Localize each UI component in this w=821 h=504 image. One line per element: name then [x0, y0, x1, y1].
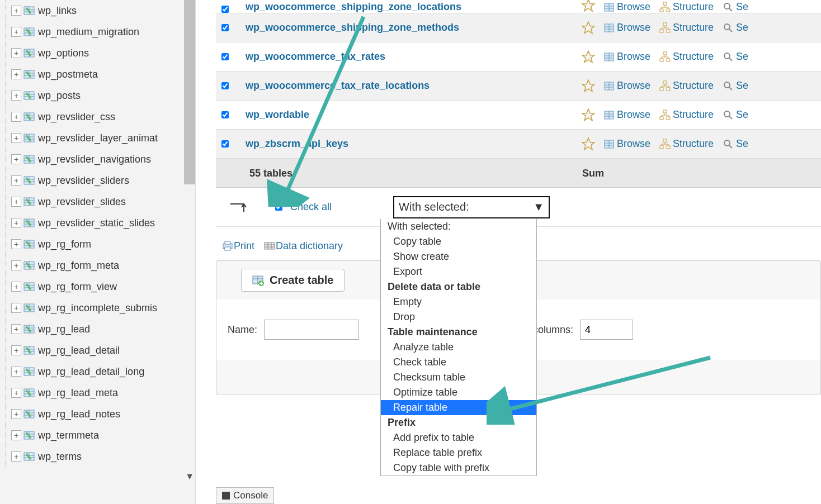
dropdown-option[interactable]: Repair table: [381, 400, 536, 415]
columns-input[interactable]: [580, 320, 633, 340]
browse-action[interactable]: Browse: [603, 138, 650, 150]
table-name-input[interactable]: [264, 320, 359, 340]
sidebar-item[interactable]: +wp_rg_form: [6, 234, 195, 255]
browse-action[interactable]: Browse: [603, 51, 650, 63]
search-action[interactable]: Se: [723, 138, 748, 150]
expand-icon[interactable]: +: [11, 69, 21, 79]
expand-icon[interactable]: +: [11, 451, 21, 462]
favorite-star-icon[interactable]: [581, 50, 596, 64]
print-link[interactable]: Print: [221, 240, 254, 252]
sidebar-item[interactable]: +wp_rg_lead: [6, 318, 195, 340]
expand-icon[interactable]: +: [11, 112, 21, 122]
sidebar-item[interactable]: +wp_revslider_layer_animat: [6, 127, 195, 149]
data-dictionary-link[interactable]: Data dictionary: [263, 240, 343, 252]
dropdown-option[interactable]: Replace table prefix: [381, 445, 536, 460]
dropdown-option[interactable]: Empty: [381, 294, 536, 310]
table-name-link[interactable]: wp_woocommerce_tax_rates: [246, 51, 581, 63]
expand-icon[interactable]: +: [11, 6, 21, 16]
sidebar-item[interactable]: +wp_medium_migration: [6, 21, 195, 42]
console-button[interactable]: Console: [216, 487, 274, 504]
sidebar-item[interactable]: +wp_rg_lead_detail_long: [6, 361, 195, 382]
expand-icon[interactable]: +: [11, 48, 21, 58]
table-name-link[interactable]: wp_woocommerce_shipping_zone_methods: [246, 22, 581, 34]
sidebar-item[interactable]: +wp_rg_lead_meta: [6, 382, 195, 403]
sidebar-item[interactable]: +wp_options: [6, 42, 195, 64]
expand-icon[interactable]: +: [11, 260, 21, 270]
with-selected-dropdown[interactable]: With selected: ▼: [393, 196, 550, 218]
table-name-link[interactable]: wp_woocommerce_shipping_zone_locations: [246, 1, 581, 13]
expand-icon[interactable]: +: [11, 324, 21, 334]
dropdown-option[interactable]: Copy table with prefix: [381, 460, 536, 476]
check-all-label[interactable]: Check all: [290, 201, 332, 213]
dropdown-option[interactable]: Add prefix to table: [381, 430, 536, 445]
expand-icon[interactable]: +: [11, 197, 21, 207]
expand-icon[interactable]: +: [11, 154, 21, 164]
row-checkbox[interactable]: [221, 111, 229, 118]
sidebar-item[interactable]: +wp_revslider_navigations: [6, 149, 195, 170]
structure-action[interactable]: Structure: [659, 80, 714, 92]
sidebar-item[interactable]: +wp_revslider_css: [6, 106, 195, 127]
sidebar-item[interactable]: +wp_terms: [6, 446, 195, 467]
sidebar-item[interactable]: +wp_postmeta: [6, 64, 195, 85]
sidebar-item[interactable]: +wp_revslider_static_slides: [6, 212, 195, 234]
browse-action[interactable]: Browse: [603, 22, 650, 34]
create-table-button[interactable]: Create table: [241, 269, 345, 292]
search-action[interactable]: Se: [723, 51, 748, 63]
expand-icon[interactable]: +: [11, 303, 21, 313]
favorite-star-icon[interactable]: [581, 137, 596, 151]
dropdown-option[interactable]: With selected:: [381, 219, 536, 234]
favorite-star-icon[interactable]: [581, 108, 596, 122]
expand-icon[interactable]: +: [11, 282, 21, 292]
browse-action[interactable]: Browse: [603, 1, 650, 13]
row-checkbox[interactable]: [221, 82, 229, 89]
expand-icon[interactable]: +: [11, 91, 21, 101]
browse-action[interactable]: Browse: [603, 80, 650, 92]
expand-icon[interactable]: +: [11, 345, 21, 355]
favorite-star-icon[interactable]: [581, 79, 596, 93]
table-name-link[interactable]: wp_zbscrm_api_keys: [246, 138, 581, 150]
structure-action[interactable]: Structure: [659, 51, 714, 63]
sidebar-item[interactable]: +wp_revslider_slides: [6, 191, 195, 212]
table-name-link[interactable]: wp_woocommerce_tax_rate_locations: [246, 80, 581, 92]
structure-action[interactable]: Structure: [659, 1, 714, 13]
expand-icon[interactable]: +: [11, 218, 21, 228]
check-all-checkbox[interactable]: [275, 203, 282, 211]
sidebar-item[interactable]: +wp_rg_incomplete_submis: [6, 297, 195, 318]
sidebar-item[interactable]: +wp_rg_form_meta: [6, 255, 195, 276]
favorite-star-icon[interactable]: [581, 0, 596, 13]
expand-icon[interactable]: +: [11, 27, 21, 37]
row-checkbox[interactable]: [221, 140, 229, 148]
expand-icon[interactable]: +: [11, 239, 21, 249]
expand-icon[interactable]: +: [11, 175, 21, 186]
structure-action[interactable]: Structure: [659, 109, 714, 121]
sidebar-item[interactable]: +wp_rg_lead_detail: [6, 340, 195, 361]
expand-icon[interactable]: +: [11, 388, 21, 398]
expand-icon[interactable]: +: [11, 367, 21, 377]
dropdown-option[interactable]: Export: [381, 264, 536, 279]
row-checkbox[interactable]: [221, 53, 229, 60]
expand-icon[interactable]: +: [11, 133, 21, 143]
structure-action[interactable]: Structure: [659, 22, 714, 34]
sidebar-item[interactable]: +wp_rg_lead_notes: [6, 403, 195, 425]
sidebar-item[interactable]: +wp_rg_form_view: [6, 276, 195, 297]
scroll-down-arrow[interactable]: ▼: [185, 472, 194, 482]
sidebar-item[interactable]: +wp_revslider_sliders: [6, 170, 195, 191]
structure-action[interactable]: Structure: [659, 138, 714, 150]
sidebar-item[interactable]: +wp_links: [6, 0, 195, 21]
sidebar-item[interactable]: +wp_termmeta: [6, 425, 195, 446]
search-action[interactable]: Se: [723, 1, 748, 13]
dropdown-option[interactable]: Copy table: [381, 234, 536, 249]
dropdown-option[interactable]: Check table: [381, 355, 536, 370]
row-checkbox[interactable]: [221, 24, 229, 31]
dropdown-option[interactable]: Analyze table: [381, 340, 536, 355]
dropdown-option[interactable]: Show create: [381, 249, 536, 264]
dropdown-option[interactable]: Checksum table: [381, 370, 536, 385]
search-action[interactable]: Se: [723, 22, 748, 34]
dropdown-option[interactable]: Drop: [381, 310, 536, 325]
dropdown-option[interactable]: Optimize table: [381, 385, 536, 400]
row-checkbox[interactable]: [221, 6, 229, 13]
browse-action[interactable]: Browse: [603, 109, 650, 121]
table-name-link[interactable]: wp_wordable: [246, 109, 581, 121]
search-action[interactable]: Se: [723, 80, 748, 92]
expand-icon[interactable]: +: [11, 409, 21, 419]
